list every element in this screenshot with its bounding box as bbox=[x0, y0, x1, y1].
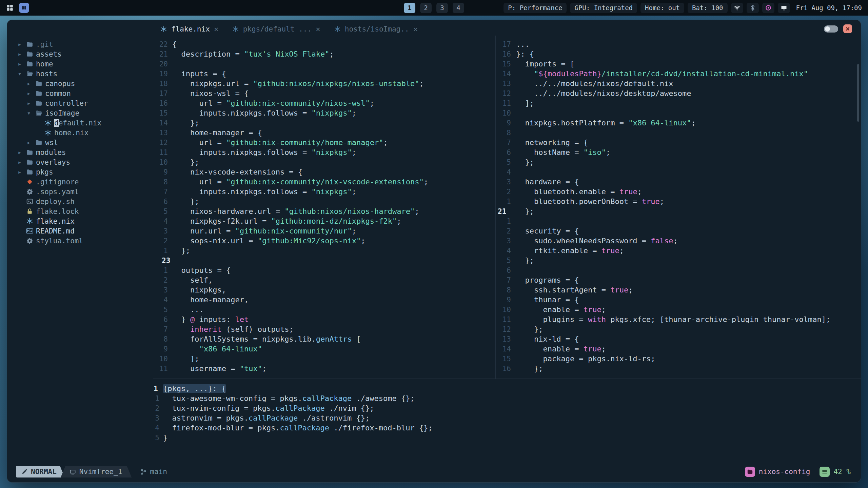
code-line[interactable]: 16 url = "github:nix-community/nixos-wsl… bbox=[153, 98, 495, 108]
code-line[interactable]: 5} bbox=[153, 433, 861, 443]
code-line[interactable]: 9 nix-vscode-extensions = { bbox=[153, 167, 495, 177]
code-line[interactable]: 6 bbox=[496, 265, 861, 275]
tree-item[interactable]: ▸canopus bbox=[7, 79, 153, 88]
workspace-button[interactable]: 4 bbox=[453, 3, 464, 13]
code-line[interactable]: 22{ bbox=[153, 39, 495, 49]
code-line[interactable]: 6 }; bbox=[153, 197, 495, 206]
code-line[interactable]: 10 }; bbox=[153, 157, 495, 167]
code-line[interactable]: 8 forAllSystems = nixpkgs.lib.genAttrs [ bbox=[153, 334, 495, 344]
code-line[interactable]: 14 }; bbox=[153, 118, 495, 128]
chevron-right-icon[interactable]: ▸ bbox=[24, 140, 33, 146]
code-line[interactable]: 3 hardware = { bbox=[496, 177, 861, 187]
code-line[interactable]: 14 enable = true; bbox=[496, 344, 861, 354]
record-icon[interactable] bbox=[762, 3, 774, 13]
code-line[interactable]: 11 username = "tux"; bbox=[153, 364, 495, 373]
code-line[interactable]: 8 ssh.startAgent = true; bbox=[496, 285, 861, 295]
tree-item[interactable]: stylua.toml bbox=[7, 236, 153, 246]
code-line[interactable]: 6 hostName = "iso"; bbox=[496, 147, 861, 157]
code-line[interactable]: 15 inputs.nixpkgs.follows = "nixpkgs"; bbox=[153, 108, 495, 118]
chevron-right-icon[interactable]: ▸ bbox=[15, 159, 24, 165]
code-line[interactable]: 1 }; bbox=[153, 246, 495, 256]
tree-item[interactable]: ▸pkgs bbox=[7, 167, 153, 177]
code-line[interactable]: 7 inherit (self) outputs; bbox=[153, 324, 495, 334]
code-line[interactable]: 1 bluetooth.powerOnBoot = true; bbox=[496, 197, 861, 206]
tree-item[interactable]: ▸home bbox=[7, 59, 153, 69]
code-line[interactable]: 10 enable = true; bbox=[496, 305, 861, 314]
tree-item[interactable]: ▾isoImage bbox=[7, 108, 153, 118]
bluetooth-icon[interactable] bbox=[747, 3, 759, 13]
tree-item[interactable]: default.nix bbox=[7, 118, 153, 128]
tree-item[interactable]: ▸modules bbox=[7, 147, 153, 157]
wifi-icon[interactable] bbox=[731, 3, 743, 13]
code-line[interactable]: 20 bbox=[153, 59, 495, 69]
code-line[interactable]: 12 url = "github:nix-community/home-mana… bbox=[153, 138, 495, 147]
code-line[interactable]: 8 bbox=[496, 128, 861, 138]
topbar-status-pill[interactable]: Bat: 100 bbox=[688, 3, 728, 13]
code-line[interactable]: 3 nixpkgs, bbox=[153, 285, 495, 295]
tree-item[interactable]: flake.lock bbox=[7, 206, 153, 216]
code-line[interactable]: 7 networking = { bbox=[496, 138, 861, 147]
chevron-right-icon[interactable]: ▸ bbox=[15, 41, 24, 47]
code-line[interactable]: 4 firefox-mod-blur = pkgs.callPackage ./… bbox=[153, 423, 861, 433]
code-line[interactable]: 17 nixos-wsl = { bbox=[153, 88, 495, 98]
code-line[interactable]: 2 sops-nix.url = "github:Mic92/sops-nix"… bbox=[153, 236, 495, 246]
topbar-status-pill[interactable]: GPU: Integrated bbox=[570, 3, 637, 13]
chevron-right-icon[interactable]: ▸ bbox=[15, 169, 24, 175]
chevron-right-icon[interactable]: ▸ bbox=[24, 100, 33, 106]
code-line[interactable]: 23 bbox=[153, 256, 495, 265]
code-line[interactable]: 7 inputs.nixpkgs.follows = "nixpkgs"; bbox=[153, 187, 495, 197]
code-line[interactable]: 9 "x86_64-linux" bbox=[153, 344, 495, 354]
tree-item[interactable]: ▸controller bbox=[7, 98, 153, 108]
code-line[interactable]: 16 }; bbox=[496, 364, 861, 373]
code-line[interactable]: 13 home-manager = { bbox=[153, 128, 495, 138]
code-line[interactable]: 3 astronvim = pkgs.callPackage ./astronv… bbox=[153, 413, 861, 423]
code-line[interactable]: 14 "${modulesPath}/installer/cd-dvd/inst… bbox=[496, 69, 861, 79]
code-line[interactable]: 12 }; bbox=[496, 324, 861, 334]
code-line[interactable]: 2 security = { bbox=[496, 226, 861, 236]
tab[interactable]: hosts/isoImag..× bbox=[334, 25, 418, 33]
topbar-status-pill[interactable]: P: Performance bbox=[504, 3, 567, 13]
tree-item[interactable]: ▸.git bbox=[7, 39, 153, 49]
tab-close-icon[interactable]: × bbox=[316, 25, 320, 33]
code-line[interactable]: 15 imports = [ bbox=[496, 59, 861, 69]
code-line[interactable]: 21 }; bbox=[496, 206, 861, 216]
code-line[interactable]: 5 nixos-hardware.url = "github:nixos/nix… bbox=[153, 206, 495, 216]
code-line[interactable]: 18 nixpkgs.url = "github:nixos/nixpkgs/n… bbox=[153, 79, 495, 88]
code-line[interactable]: 11 plugins = with pkgs.xfce; [thunar-arc… bbox=[496, 314, 861, 324]
code-line[interactable]: 13 nix-ld = { bbox=[496, 334, 861, 344]
code-line[interactable]: 8 url = "github:nix-community/nix-vscode… bbox=[153, 177, 495, 187]
chevron-right-icon[interactable]: ▸ bbox=[24, 81, 33, 87]
code-line[interactable]: 1{pkgs, ...}: { bbox=[153, 384, 861, 393]
code-line[interactable]: 16}: { bbox=[496, 49, 861, 59]
code-line[interactable]: 9 nixpkgs.hostPlatform = "x86_64-linux"; bbox=[496, 118, 861, 128]
code-line[interactable]: 5 ... bbox=[153, 305, 495, 314]
tree-item[interactable]: deploy.sh bbox=[7, 197, 153, 206]
tree-item[interactable]: ▸wsl bbox=[7, 138, 153, 147]
workspace-button[interactable]: 1 bbox=[404, 3, 415, 13]
code-line[interactable]: 4 rtkit.enable = true; bbox=[496, 246, 861, 256]
chevron-right-icon[interactable]: ▸ bbox=[15, 51, 24, 57]
tree-item[interactable]: .gitignore bbox=[7, 177, 153, 187]
tree-item[interactable]: ▸overlays bbox=[7, 157, 153, 167]
code-line[interactable]: 15 package = pkgs.nix-ld-rs; bbox=[496, 354, 861, 364]
code-line[interactable]: 2 tux-nvim-config = pkgs.callPackage ./n… bbox=[153, 403, 861, 413]
workspace-button[interactable]: 2 bbox=[420, 3, 432, 13]
topbar-status-pill[interactable]: Home: out bbox=[640, 3, 684, 13]
tree-item[interactable]: ▸common bbox=[7, 88, 153, 98]
code-line[interactable]: 1 outputs = { bbox=[153, 265, 495, 275]
tab[interactable]: flake.nix× bbox=[160, 25, 219, 33]
apps-grid-icon[interactable] bbox=[6, 4, 14, 12]
workspace-button[interactable]: 3 bbox=[436, 3, 448, 13]
tab-close-icon[interactable]: × bbox=[214, 25, 219, 33]
code-line[interactable]: 6 } @ inputs: let bbox=[153, 314, 495, 324]
pin-toggle[interactable] bbox=[824, 25, 838, 33]
chevron-right-icon[interactable]: ▸ bbox=[15, 61, 24, 67]
close-button[interactable]: × bbox=[843, 24, 852, 33]
code-line[interactable]: 9 thunar = { bbox=[496, 295, 861, 305]
tree-item[interactable]: flake.nix bbox=[7, 216, 153, 226]
code-line[interactable]: 3 sudo.wheelNeedsPassword = false; bbox=[496, 236, 861, 246]
tree-item[interactable]: home.nix bbox=[7, 128, 153, 138]
code-line[interactable]: 11 inputs.nixpkgs.follows = "nixpkgs"; bbox=[153, 147, 495, 157]
code-line[interactable]: 13 ../../modules/nixos/default.nix bbox=[496, 79, 861, 88]
code-line[interactable]: 17... bbox=[496, 39, 861, 49]
